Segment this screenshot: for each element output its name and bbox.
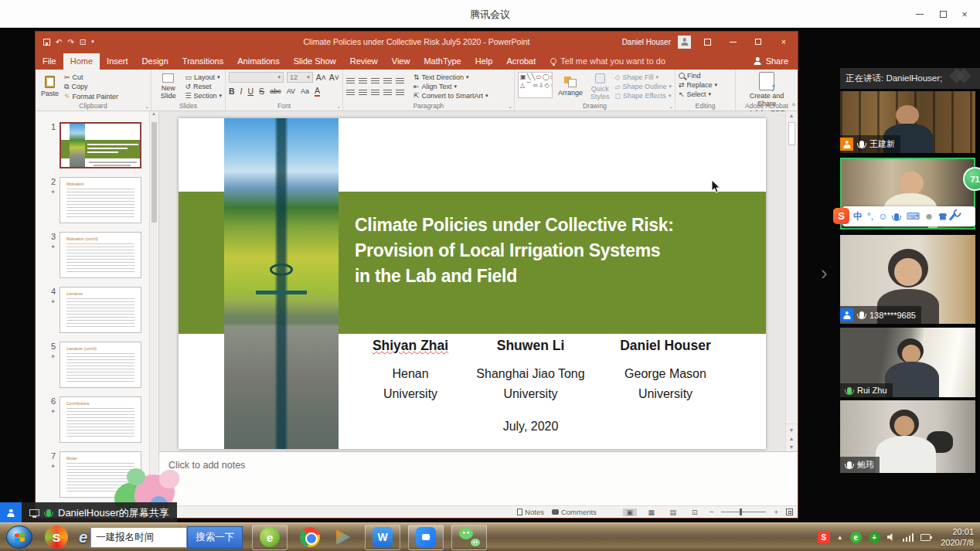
previous-slide-button[interactable]: ▲ <box>786 434 797 443</box>
notes-pane[interactable]: Click to add notes <box>159 451 798 505</box>
paragraph-dialog-launcher[interactable]: ⌄ <box>508 104 512 110</box>
font-name-combo[interactable]: ▾ <box>229 72 284 83</box>
font-color-button[interactable]: A <box>315 87 320 97</box>
tray-sogou-icon[interactable]: S <box>818 531 830 543</box>
thumbnail-slide-6[interactable]: 6✦ Contributions <box>43 396 141 443</box>
qat-customize-icon[interactable]: ▾ <box>91 39 94 45</box>
taskbar-360-browser-button[interactable]: e <box>252 525 288 550</box>
drawing-dialog-launcher[interactable]: ⌄ <box>669 104 673 110</box>
video-tile-participant-4[interactable]: Rui Zhu <box>840 328 975 397</box>
account-avatar[interactable] <box>678 36 691 49</box>
taskbar-tencent-meeting-button[interactable] <box>408 525 444 550</box>
format-painter-button[interactable]: ✎Format Painter <box>64 93 118 100</box>
reset-button[interactable]: ↺Reset <box>185 83 222 90</box>
bold-button[interactable]: B <box>229 87 235 96</box>
screen-share-indicator[interactable]: DanielHouser的屏幕共享 <box>0 502 177 523</box>
video-tile-participant-1[interactable]: 王建新 <box>840 91 975 153</box>
powerpoint-restore-button[interactable] <box>749 33 767 50</box>
paragraph-icons-row1[interactable] <box>346 78 404 84</box>
taskbar-wechat-button[interactable] <box>451 525 487 550</box>
scroll-down-icon[interactable]: ▼ <box>786 426 797 434</box>
taskbar-tencent-video-button[interactable] <box>332 525 352 550</box>
slide-scrollbar[interactable]: ▲ ▼ ▲ ▼ <box>785 111 797 451</box>
grow-font-button[interactable]: A˄ <box>316 73 326 82</box>
taskbar-wps-button[interactable]: W <box>365 525 400 550</box>
sogou-logo-icon[interactable]: S <box>833 208 849 224</box>
font-dialog-launcher[interactable]: ⌄ <box>336 104 341 110</box>
replace-button[interactable]: ⇄Replace▾ <box>679 81 732 89</box>
next-slide-button[interactable]: ▼ <box>786 443 797 451</box>
zoom-out-button[interactable]: − <box>709 508 714 516</box>
save-icon[interactable] <box>43 39 50 46</box>
sogou-ime-toolbar[interactable]: S 中 °, ☺ ⌨ ☻ <box>842 206 975 226</box>
normal-view-button[interactable]: ▣ <box>623 508 637 516</box>
thumbnail-slide-5[interactable]: 5✦ Literature (cont'd) <box>43 342 141 388</box>
change-case-button[interactable]: Aa <box>301 87 309 95</box>
tab-insert[interactable]: Insert <box>100 53 135 70</box>
tab-help[interactable]: Help <box>468 53 500 70</box>
tab-acrobat[interactable]: Acrobat <box>499 53 543 70</box>
tray-360-icon[interactable]: e <box>850 532 862 543</box>
thumbnail-slide-1[interactable]: 1 <box>43 122 141 168</box>
convert-smartart-button[interactable]: ⇱Convert to SmartArt▾ <box>413 92 488 100</box>
thumbnail-slide-2[interactable]: 2✦ Motivation <box>43 177 141 223</box>
ime-keyboard-icon[interactable]: ⌨ <box>906 211 919 222</box>
font-size-combo[interactable]: 12▾ <box>287 72 313 83</box>
ime-settings-icon[interactable] <box>949 213 956 220</box>
undo-icon[interactable]: ↶ <box>56 38 62 46</box>
underline-button[interactable]: U <box>248 87 254 96</box>
layout-button[interactable]: ▭Layout▾ <box>185 73 222 81</box>
tab-mathtype[interactable]: MathType <box>417 53 468 70</box>
new-slide-button[interactable]: New Slide <box>155 72 182 101</box>
ime-skin-icon[interactable] <box>938 213 947 220</box>
collapse-ribbon-icon[interactable]: ^ <box>792 102 795 110</box>
shape-effects-button[interactable]: ◻Shape Effects▾ <box>615 92 672 100</box>
cut-button[interactable]: ✂Cut <box>64 73 118 81</box>
network-signal-icon[interactable] <box>903 533 914 542</box>
tab-design[interactable]: Design <box>135 53 175 70</box>
text-shadow-button[interactable]: abc <box>270 87 281 95</box>
paragraph-icons-row2[interactable] <box>346 90 404 96</box>
slideshow-view-button[interactable]: ⊡ <box>688 508 702 516</box>
shape-outline-button[interactable]: ▱Shape Outline▾ <box>615 83 672 90</box>
meeting-minimize-button[interactable] <box>909 6 931 22</box>
tab-file[interactable]: File <box>36 53 63 70</box>
tab-transitions[interactable]: Transitions <box>175 53 230 70</box>
ime-language-icon[interactable]: 中 <box>853 210 863 223</box>
redo-icon[interactable]: ↷ <box>67 38 73 46</box>
meeting-maximize-button[interactable] <box>932 6 954 22</box>
shrink-font-button[interactable]: A˅ <box>329 73 339 82</box>
arrange-button[interactable]: Arrange <box>556 72 585 101</box>
thumbnail-scrollbar[interactable]: ▲ <box>149 111 158 505</box>
share-button[interactable]: Share <box>744 56 798 70</box>
scroll-up-icon[interactable]: ▲ <box>786 111 797 118</box>
sidebar-collapse-chevron[interactable]: › <box>821 261 828 285</box>
zoom-in-button[interactable]: + <box>774 508 778 516</box>
tray-plus-icon[interactable]: + <box>869 532 880 543</box>
thumbnail-slide-3[interactable]: 3✦ Motivation (cont'd) <box>43 232 141 278</box>
ime-punctuation-icon[interactable]: °, <box>867 211 873 222</box>
ime-voice-icon[interactable] <box>894 213 899 220</box>
meeting-close-button[interactable]: × <box>954 6 975 22</box>
scrollbar-thumb[interactable] <box>788 122 795 145</box>
tab-view[interactable]: View <box>385 53 417 70</box>
start-button[interactable] <box>6 525 32 549</box>
taskbar-chrome-button[interactable] <box>300 525 320 550</box>
start-slideshow-icon[interactable]: ⊡ <box>80 38 86 46</box>
member-list-button[interactable] <box>0 502 22 523</box>
slide-editing-area[interactable]: Climate Policies under Collective Risk: … <box>179 118 766 449</box>
zoom-slider-thumb[interactable] <box>740 508 742 515</box>
section-button[interactable]: ☰Section▾ <box>185 92 222 100</box>
notes-toggle-button[interactable]: Notes <box>517 508 544 516</box>
tab-review[interactable]: Review <box>343 53 385 70</box>
comments-toggle-button[interactable]: Comments <box>552 508 597 516</box>
ie-icon[interactable]: e <box>79 529 87 546</box>
ime-toolbox-icon[interactable]: ☻ <box>924 211 934 222</box>
paste-button[interactable]: Paste <box>39 72 61 101</box>
ribbon-display-options-icon[interactable] <box>698 33 716 50</box>
shapes-gallery[interactable]: ▣╲╲▭◯▭ △⌒⇦⇩◇☆ <box>518 72 553 98</box>
video-tile-participant-3[interactable]: 138****9685 <box>840 235 975 324</box>
align-text-button[interactable]: ⇤Align Text▾ <box>413 83 488 90</box>
power-icon[interactable] <box>920 534 931 541</box>
tell-me-box[interactable]: Tell me what you want to do <box>550 56 665 70</box>
